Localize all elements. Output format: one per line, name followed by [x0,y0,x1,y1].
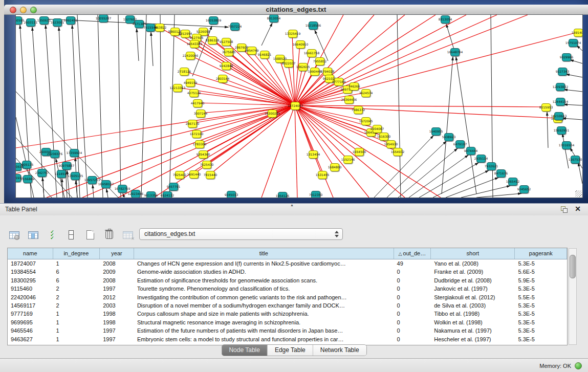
network-canvas[interactable]: 1872400774638228860128891295452260589127… [15,14,583,198]
table-row[interactable]: 946554611997Estimation of the future num… [8,326,567,335]
graph-node[interactable]: 2935114 [476,155,486,163]
graph-node[interactable]: 1672100 [192,130,201,138]
graph-node[interactable]: 16210643 [554,112,563,120]
graph-node[interactable]: 9613356 [146,191,156,198]
graph-node[interactable]: 18724007 [291,102,300,110]
table-row[interactable]: 2242004622012Investigating the contribut… [8,293,567,301]
close-panel-icon[interactable]: ✕ [575,205,581,213]
graph-node[interactable]: 17957253 [88,176,97,184]
graph-node[interactable]: 1954126 [278,192,287,198]
insert-column-button[interactable] [26,228,40,242]
graph-node[interactable]: 6524132 [163,191,172,198]
graph-node[interactable]: 16648784 [450,48,460,56]
table-row[interactable]: 1456911722003Disruption of a novel membe… [8,301,567,310]
float-panel-icon[interactable] [561,206,568,213]
graph-node[interactable]: 1591400 [574,29,583,37]
graph-node[interactable]: 20206576 [50,150,59,158]
network-window-titlebar[interactable]: citations_edges.txt [4,5,588,15]
graph-node[interactable]: 15692951 [557,126,566,135]
network-table-select[interactable]: citations_edges.txt [139,228,343,240]
graph-node[interactable]: 16543382 [190,40,199,48]
column-header-out_de[interactable]: △out_de… [394,248,431,259]
graph-node[interactable]: 9245652 [519,185,529,193]
graph-node[interactable]: 4949159 [186,79,195,87]
table-row[interactable]: 1938455462009Genome-wide association stu… [8,268,567,276]
graph-node[interactable]: 5938923 [444,133,453,141]
graph-node[interactable]: 13505135 [71,172,80,180]
graph-node[interactable]: 3007244 [196,110,205,118]
import-table-button[interactable] [121,228,135,242]
tab-edge-table[interactable]: Edge Table [268,345,313,356]
graph-node[interactable]: 9227343 [558,68,567,76]
graph-node[interactable]: 7932621 [487,162,496,170]
graph-node[interactable]: 1350611 [39,16,49,25]
graph-node[interactable]: 1854930 [386,140,396,148]
graph-node[interactable]: 2803144 [218,75,227,83]
graph-node[interactable]: 7955812 [315,57,324,65]
graph-node[interactable]: 2867170 [188,120,197,128]
graph-node[interactable]: 17016504 [562,141,571,149]
graph-node[interactable]: 2342757 [37,169,47,177]
graph-node[interactable]: 8860128 [170,28,180,36]
graph-node[interactable]: 1672045 [361,117,371,125]
graph-node[interactable]: 2603111 [26,18,35,27]
graph-node[interactable]: 17359924 [70,149,79,157]
graph-node[interactable]: 12923446 [131,190,140,198]
graph-node[interactable]: 8322037 [284,59,293,68]
graph-node[interactable]: 1167530 [571,156,580,164]
graph-node[interactable]: 22420046 [186,52,195,60]
graph-node[interactable]: 16053809 [209,16,218,25]
graph-node[interactable]: 9245013 [227,191,236,198]
column-header-name[interactable]: name [8,248,53,259]
graph-node[interactable]: 7412350 [311,191,320,198]
graph-node[interactable]: 15751074 [569,39,578,47]
graph-node[interactable]: 2204067 [373,125,382,133]
graph-node[interactable]: 2060595 [15,16,22,25]
graph-node[interactable]: 12213363 [173,84,182,92]
graph-node[interactable]: 3915911 [15,174,21,182]
graph-node[interactable]: 4417940 [193,99,202,107]
graph-node[interactable]: 1588520 [275,55,285,63]
graph-node[interactable]: 16640910 [296,40,305,49]
graph-node[interactable]: 18300295 [268,110,277,118]
graph-node[interactable]: 1654500 [355,148,364,156]
graph-node[interactable]: 9242848 [222,62,231,70]
panel-splitter-handle[interactable]: ▲ [290,203,294,207]
graph-node[interactable]: 7815440 [206,171,215,179]
graph-node[interactable]: 4275120 [189,89,199,97]
graph-node[interactable]: 3675685 [224,48,233,56]
graph-node[interactable]: 1114519 [57,170,66,178]
graph-node[interactable]: 16961758 [307,49,316,57]
graph-node[interactable]: 10055287 [99,14,108,23]
graph-node[interactable]: 1623001 [53,18,62,27]
graph-node[interactable]: 1783300 [195,140,204,148]
table-row[interactable]: 946362711997Embryonic stem cells: a mode… [8,335,567,343]
column-header-title[interactable]: title [134,248,394,259]
graph-node[interactable]: 1152146 [343,156,353,164]
graph-node[interactable]: 7857224 [230,23,239,31]
table-row[interactable]: 977716911998Corpus callosum shape and si… [8,310,567,318]
column-header-pagerank[interactable]: pagerank [515,248,567,259]
graph-node[interactable]: 8186328 [208,36,217,45]
graph-node[interactable]: 1156869 [23,175,32,183]
graph-node[interactable]: 9621022 [325,75,334,83]
table-settings-button[interactable] [7,228,21,242]
graph-node[interactable]: 19218586 [309,21,318,30]
graph-node[interactable]: 8454749 [247,47,256,55]
table-row[interactable]: 969969511998Structural magnetic resonanc… [8,318,567,326]
table-vertical-scrollbar[interactable] [569,248,577,345]
graph-node[interactable]: 1527602 [125,15,135,24]
graph-node[interactable]: 1616300 [379,133,388,141]
merge-rows-button[interactable] [64,228,78,242]
scrollbar-thumb[interactable] [570,255,576,278]
graph-node[interactable]: 4671385 [135,20,144,28]
graph-node[interactable]: 9127508 [222,38,231,46]
graph-node[interactable]: 20364436 [344,96,354,104]
graph-node[interactable]: 1350610 [15,163,21,171]
graph-node[interactable]: 1362615 [298,63,308,71]
graph-node[interactable]: 1313454 [309,150,318,159]
graph-node[interactable]: 7463822 [155,24,164,32]
graph-node[interactable]: 6479197 [455,140,465,148]
graph-node[interactable]: 9146821 [260,51,269,59]
select-rows-button[interactable]: ✓✓✓ [45,228,59,242]
